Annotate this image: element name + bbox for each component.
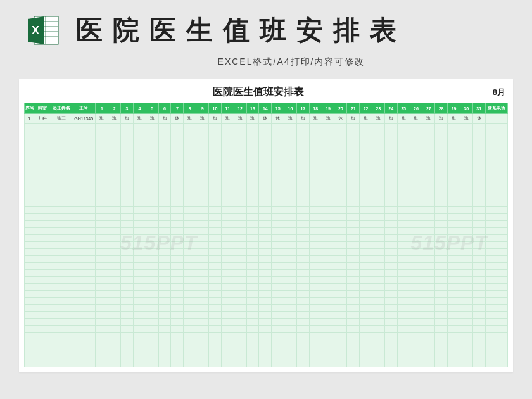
cell: [234, 221, 246, 228]
col-header-day: 21: [347, 103, 360, 114]
cell: [96, 207, 108, 214]
cell: [347, 346, 360, 353]
cell: [485, 256, 507, 263]
cell: [108, 158, 121, 165]
cell: [221, 207, 234, 214]
cell: [246, 151, 259, 158]
cell: [397, 228, 410, 235]
table-row: [25, 242, 508, 249]
cell: [108, 214, 121, 221]
cell: [133, 151, 146, 158]
cell: [309, 158, 322, 165]
cell: [472, 130, 485, 137]
cell: [410, 305, 422, 312]
cell: [221, 144, 234, 151]
cell: [196, 353, 209, 360]
cell: [322, 305, 334, 312]
cell: [259, 312, 272, 319]
cell: [184, 277, 196, 284]
cell: [322, 249, 334, 256]
cell: [246, 312, 259, 319]
cell: [397, 249, 410, 256]
cell: [296, 221, 309, 228]
cell: [460, 130, 472, 137]
cell: [448, 353, 460, 360]
cell: [25, 298, 34, 305]
cell: [435, 312, 448, 319]
cell: [146, 158, 158, 165]
cell: [448, 144, 460, 151]
cell: [221, 158, 234, 165]
cell: [360, 339, 372, 346]
cell: [259, 221, 272, 228]
cell: [34, 214, 51, 221]
cell: [347, 151, 360, 158]
cell: [171, 263, 184, 270]
cell: [133, 326, 146, 332]
cell: [72, 339, 95, 346]
cell: [422, 270, 435, 277]
cell: [422, 179, 435, 186]
cell: [146, 332, 158, 339]
cell: [96, 319, 108, 326]
cell: [25, 326, 34, 332]
cell: [196, 124, 209, 130]
cell: [34, 353, 51, 360]
cell: [284, 144, 297, 151]
cell: [108, 151, 121, 158]
cell: [448, 186, 460, 193]
cell: [334, 221, 347, 228]
cell: [146, 214, 158, 221]
cell: [72, 298, 95, 305]
cell: [472, 193, 485, 200]
cell: [234, 339, 246, 346]
cell: [25, 228, 34, 235]
cell: [410, 165, 422, 172]
cell: [422, 256, 435, 263]
cell: [296, 319, 309, 326]
cell: [171, 353, 184, 360]
cell: [334, 332, 347, 339]
cell: [397, 339, 410, 346]
cell: [384, 298, 397, 305]
cell: [34, 137, 51, 144]
cell: [25, 256, 34, 263]
cell: [460, 277, 472, 284]
cell: [410, 144, 422, 151]
cell: 班: [322, 114, 334, 124]
cell: [171, 165, 184, 172]
cell: [472, 291, 485, 298]
cell: [435, 256, 448, 263]
cell: [221, 186, 234, 193]
cell: [384, 165, 397, 172]
cell: [121, 124, 134, 130]
cell: [334, 165, 347, 172]
cell: [347, 332, 360, 339]
cell: [121, 130, 134, 137]
cell: [196, 172, 209, 179]
cell: [259, 172, 272, 179]
cell: [96, 263, 108, 270]
cell: [221, 235, 234, 242]
cell: [51, 249, 72, 256]
col-header-name: 员工姓名: [51, 103, 72, 114]
cell: [410, 179, 422, 186]
cell: [259, 228, 272, 235]
cell: [221, 270, 234, 277]
sheet-month: 8月: [493, 87, 508, 98]
cell: [397, 326, 410, 332]
cell: [410, 256, 422, 263]
cell: [234, 228, 246, 235]
cell: [360, 270, 372, 277]
col-header-day: 22: [360, 103, 372, 114]
cell: [347, 165, 360, 172]
cell: [485, 360, 507, 367]
cell: [25, 291, 34, 298]
cell: [25, 270, 34, 277]
cell: [259, 124, 272, 130]
cell: [372, 124, 384, 130]
cell: [209, 193, 222, 200]
cell: [410, 332, 422, 339]
cell: [51, 172, 72, 179]
cell: [322, 186, 334, 193]
